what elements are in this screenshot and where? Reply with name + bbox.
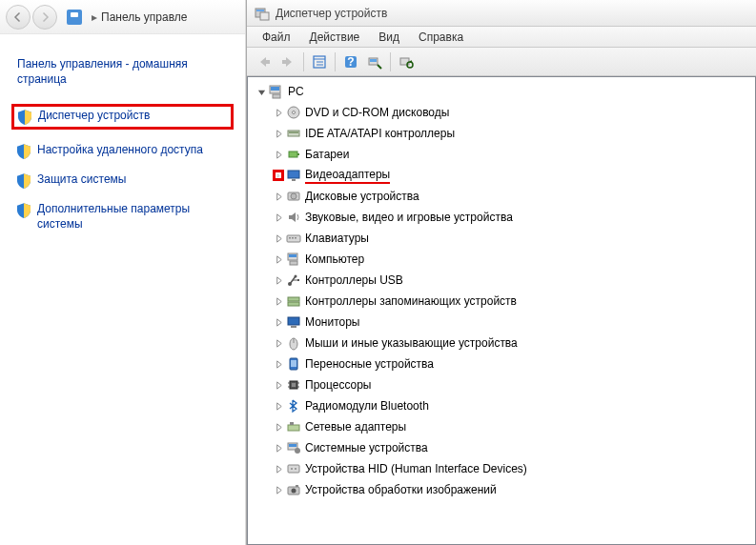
tree-category[interactable]: Видеоадаптеры: [273, 165, 755, 186]
expand-icon[interactable]: [273, 316, 284, 328]
expand-icon[interactable]: [273, 191, 284, 202]
svg-rect-43: [291, 360, 296, 367]
expand-icon[interactable]: [273, 107, 284, 118]
svg-rect-2: [256, 10, 264, 11]
expand-icon[interactable]: [273, 295, 284, 307]
tree-category[interactable]: Мыши и иные указывающие устройства: [273, 333, 755, 353]
svg-rect-37: [288, 302, 299, 306]
svg-point-57: [295, 468, 296, 470]
nav-forward-button[interactable]: [32, 5, 57, 30]
sidebar-home-link[interactable]: Панель управления - домашняя страница: [17, 57, 234, 87]
toolbar-forward-button[interactable]: [276, 50, 299, 73]
expand-icon[interactable]: [273, 379, 284, 391]
tree-category[interactable]: Батареи: [273, 144, 755, 165]
hdd-icon: [286, 189, 301, 204]
svg-rect-19: [289, 131, 298, 133]
svg-rect-50: [288, 425, 299, 431]
sidebar-item-remote[interactable]: Настройка удаленного доступа: [17, 143, 234, 159]
svg-point-54: [295, 448, 300, 454]
sidebar-item-advanced[interactable]: Дополнительные параметры системы: [17, 202, 234, 232]
tree-category-label: Звуковые, видео и игровые устройства: [305, 211, 513, 224]
sidebar-item-protection[interactable]: Защита системы: [17, 172, 234, 189]
tree-category-label: Клавиатуры: [305, 232, 369, 245]
expand-icon[interactable]: [273, 128, 284, 139]
collapse-icon[interactable]: [255, 86, 267, 97]
menu-view[interactable]: Вид: [371, 29, 407, 46]
display-icon: [286, 168, 301, 183]
svg-rect-14: [271, 87, 279, 91]
usb-icon: [286, 272, 301, 288]
toolbar-help-button[interactable]: ?: [339, 50, 362, 73]
sidebar-item-device-manager[interactable]: Диспетчер устройств: [11, 104, 234, 130]
tree-category-label: Системные устройства: [305, 441, 428, 454]
control-panel-icon: [67, 10, 82, 25]
tree-category[interactable]: Мониторы: [273, 312, 755, 333]
nav-back-button[interactable]: [6, 5, 31, 30]
svg-rect-28: [292, 237, 294, 239]
svg-rect-1: [260, 12, 269, 20]
sidebar-item-label: Дополнительные параметры системы: [37, 202, 234, 232]
shield-icon: [18, 110, 31, 125]
tree-category[interactable]: IDE ATA/ATAPI контроллеры: [273, 123, 755, 144]
toolbar-refresh-button[interactable]: [395, 50, 418, 73]
menubar: Файл Действие Вид Справка: [247, 27, 756, 48]
breadcrumb[interactable]: ▸ Панель управле: [67, 10, 187, 25]
tree-category[interactable]: DVD и CD-ROM дисководы: [273, 102, 755, 123]
svg-rect-32: [290, 261, 297, 265]
toolbar-scan-button[interactable]: [363, 50, 386, 73]
expand-icon[interactable]: [273, 253, 284, 265]
tree-category[interactable]: Дисковые устройства: [273, 186, 755, 207]
tree-category[interactable]: Устройства обработки изображений: [273, 479, 755, 500]
sound-icon: [286, 210, 301, 225]
tree-root[interactable]: PC: [255, 81, 755, 102]
expand-icon[interactable]: [273, 232, 284, 244]
cpu-icon: [286, 377, 301, 393]
storage-icon: [286, 293, 301, 309]
tree-category-label: Устройства HID (Human Interface Devices): [305, 462, 527, 475]
expand-icon[interactable]: [273, 212, 284, 223]
svg-rect-20: [289, 151, 297, 157]
expand-icon[interactable]: [273, 358, 284, 370]
window-title: Диспетчер устройств: [276, 7, 387, 20]
svg-point-56: [291, 468, 293, 470]
svg-rect-39: [291, 326, 296, 328]
expand-icon[interactable]: [273, 484, 284, 495]
tree-category[interactable]: Сетевые адаптеры: [273, 416, 755, 437]
tree-category[interactable]: Компьютер: [273, 249, 755, 270]
toolbar-separator: [335, 52, 336, 71]
svg-rect-35: [297, 279, 299, 281]
tree-category[interactable]: Радиомодули Bluetooth: [273, 395, 755, 416]
expand-icon[interactable]: [273, 421, 284, 433]
tree-category-label: Мониторы: [305, 315, 359, 329]
expand-icon[interactable]: [273, 463, 284, 474]
toolbar-properties-button[interactable]: [308, 50, 331, 73]
toolbar-back-button[interactable]: [253, 50, 276, 73]
device-tree[interactable]: PC DVD и CD-ROM дисководыIDE ATA/ATAPI к…: [247, 76, 756, 545]
sidebar: Панель управления - домашняя страница Ди…: [0, 34, 245, 256]
battery-icon: [286, 147, 301, 162]
tree-category-label: Устройства обработки изображений: [305, 483, 497, 496]
tree-category[interactable]: Устройства HID (Human Interface Devices): [273, 458, 755, 479]
tree-category[interactable]: Процессоры: [273, 374, 755, 395]
expand-icon[interactable]: [273, 149, 284, 160]
tree-category[interactable]: Звуковые, видео и игровые устройства: [273, 207, 755, 228]
tree-category[interactable]: Клавиатуры: [273, 228, 755, 249]
tree-category[interactable]: Контроллеры запоминающих устройств: [273, 291, 755, 312]
tree-category-label: Контроллеры USB: [305, 273, 403, 287]
expand-icon[interactable]: [273, 274, 284, 286]
bluetooth-icon: [286, 398, 301, 414]
computer-icon: [269, 84, 284, 99]
expand-icon[interactable]: [273, 170, 284, 181]
menu-action[interactable]: Действие: [302, 29, 368, 46]
imaging-icon: [286, 482, 301, 497]
svg-rect-51: [290, 422, 294, 425]
tree-category[interactable]: Контроллеры USB: [273, 270, 755, 291]
sidebar-item-label: Диспетчер устройств: [38, 109, 150, 124]
menu-help[interactable]: Справка: [411, 29, 471, 46]
expand-icon[interactable]: [273, 400, 284, 412]
menu-file[interactable]: Файл: [255, 29, 298, 46]
tree-category[interactable]: Системные устройства: [273, 437, 755, 458]
expand-icon[interactable]: [273, 337, 284, 349]
expand-icon[interactable]: [273, 442, 284, 454]
tree-category[interactable]: Переносные устройства: [273, 353, 755, 374]
